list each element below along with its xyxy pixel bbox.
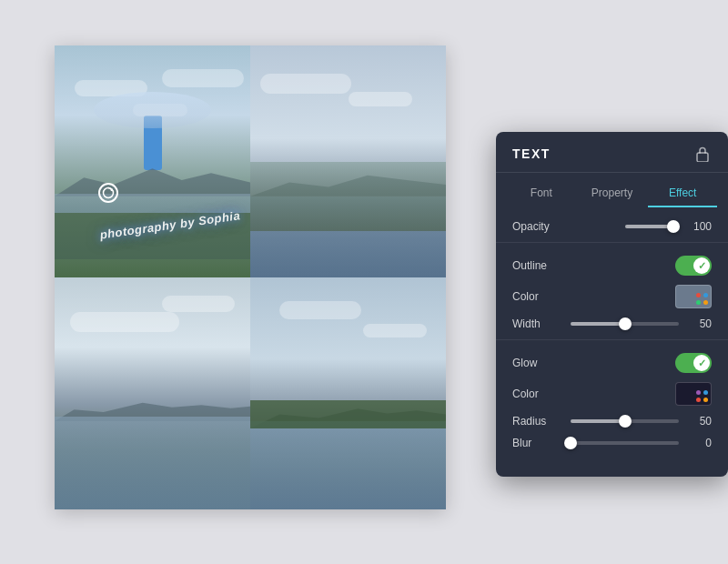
glow-radius-label: Radius	[512, 415, 556, 428]
photo-2	[250, 45, 446, 277]
outline-color-label: Color	[512, 290, 556, 303]
color-picker-icon	[696, 293, 709, 306]
outline-toggle-row: Outline ✓	[512, 256, 712, 276]
panel-header: TEXT	[496, 132, 728, 173]
photo-grid: photography by Sophia	[55, 45, 446, 509]
tabs-container: Font Property Effect	[496, 173, 728, 207]
glow-check-icon: ✓	[698, 358, 706, 369]
photo-1: photography by Sophia	[55, 45, 250, 277]
glow-color-swatch[interactable]	[675, 382, 712, 406]
glow-blur-row: Blur 0	[512, 437, 712, 449]
outline-width-label: Width	[512, 317, 556, 330]
glow-blur-value: 0	[686, 437, 712, 449]
glow-radius-value: 50	[686, 415, 712, 428]
opacity-slider[interactable]	[625, 225, 680, 228]
tab-font[interactable]: Font	[507, 180, 576, 207]
tab-property[interactable]: Property	[578, 180, 647, 207]
tab-effect[interactable]: Effect	[648, 180, 717, 207]
canvas-area: photography by Sophia	[55, 45, 446, 509]
svg-rect-2	[697, 153, 708, 162]
opacity-label: Opacity	[512, 220, 556, 233]
outline-toggle[interactable]: ✓	[675, 256, 712, 276]
outline-check-icon: ✓	[698, 260, 706, 272]
photo-3	[55, 277, 250, 509]
glow-color-label: Color	[512, 388, 556, 400]
glow-toggle-row: Glow ✓	[512, 353, 712, 373]
outline-width-value: 50	[686, 317, 712, 330]
panel-title: TEXT	[512, 146, 551, 161]
outline-section: Outline ✓ Color Width	[496, 243, 728, 340]
outline-label: Outline	[512, 259, 556, 272]
glow-blur-slider[interactable]	[571, 441, 679, 445]
outline-width-slider[interactable]	[571, 322, 679, 326]
text-effects-panel: TEXT Font Property Effect Opacity 100 O	[496, 132, 728, 477]
rotate-handle[interactable]	[98, 183, 118, 203]
lock-icon[interactable]	[693, 145, 712, 163]
outline-color-swatch[interactable]	[675, 285, 712, 308]
glow-radius-row: Radius 50	[512, 415, 712, 428]
outline-color-row: Color	[512, 285, 712, 308]
glow-section: Glow ✓ Color Radius	[496, 340, 728, 458]
glow-label: Glow	[512, 357, 556, 369]
photo-4	[250, 277, 446, 509]
outline-width-row: Width 50	[512, 317, 712, 330]
glow-radius-slider[interactable]	[571, 419, 679, 423]
glow-color-row: Color	[512, 382, 712, 406]
glow-toggle[interactable]: ✓	[675, 353, 712, 373]
opacity-value: 100	[686, 220, 712, 233]
glow-toggle-knob: ✓	[693, 355, 710, 371]
opacity-row: Opacity 100	[512, 220, 712, 233]
glow-color-picker-icon	[696, 390, 709, 403]
outline-toggle-knob: ✓	[693, 257, 710, 274]
opacity-section: Opacity 100	[496, 207, 728, 243]
glow-blur-label: Blur	[512, 437, 556, 449]
